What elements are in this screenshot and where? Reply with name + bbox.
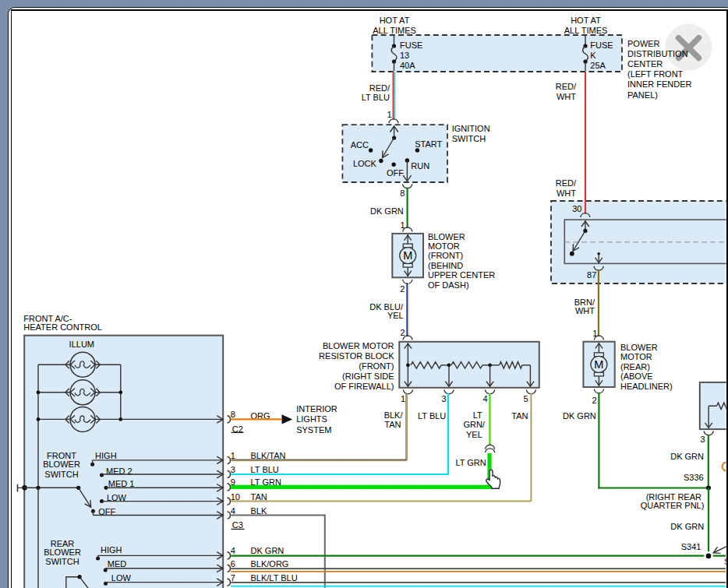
svg-text:HIGH: HIGH — [101, 545, 122, 555]
svg-text:SWITCH: SWITCH — [452, 134, 486, 143]
svg-text:30: 30 — [572, 204, 581, 213]
svg-text:(FRONT): (FRONT) — [428, 251, 463, 260]
svg-text:LT GRN: LT GRN — [455, 458, 486, 467]
svg-text:RED/: RED/ — [556, 178, 577, 188]
svg-text:9: 9 — [231, 477, 235, 487]
svg-text:SYSTEM: SYSTEM — [296, 425, 331, 435]
svg-text:MOTOR: MOTOR — [620, 352, 652, 361]
svg-text:PANEL): PANEL) — [627, 90, 658, 100]
svg-text:MED 1: MED 1 — [108, 479, 135, 488]
svg-text:4: 4 — [231, 546, 235, 555]
svg-text:3: 3 — [442, 394, 447, 403]
svg-text:OFF: OFF — [387, 168, 404, 178]
svg-text:LIGHTS: LIGHTS — [296, 414, 327, 424]
svg-text:1: 1 — [387, 110, 392, 119]
svg-text:BLOWER: BLOWER — [620, 343, 658, 352]
svg-text:BLK/: BLK/ — [384, 410, 404, 420]
svg-text:DK BLU/: DK BLU/ — [369, 302, 404, 312]
svg-text:2: 2 — [592, 396, 597, 405]
svg-text:OFF: OFF — [98, 507, 115, 516]
svg-text:ILLUM: ILLUM — [69, 340, 94, 349]
svg-text:87: 87 — [587, 270, 596, 280]
svg-text:MOTOR: MOTOR — [428, 241, 460, 251]
svg-text:RED/: RED/ — [556, 82, 577, 91]
svg-text:BLOWER: BLOWER — [43, 459, 80, 469]
svg-text:8: 8 — [231, 410, 235, 419]
svg-text:40A: 40A — [400, 61, 415, 70]
svg-text:MED 2: MED 2 — [106, 467, 133, 476]
svg-text:LT BLU: LT BLU — [251, 465, 279, 474]
svg-text:(LEFT FRONT: (LEFT FRONT — [627, 69, 684, 79]
svg-text:SWITCH: SWITCH — [44, 470, 78, 479]
svg-text:4: 4 — [231, 506, 235, 516]
svg-text:BLOWER: BLOWER — [44, 548, 81, 557]
svg-text:BLK/ORG: BLK/ORG — [251, 559, 289, 569]
svg-text:DK GRN: DK GRN — [670, 452, 704, 461]
svg-text:LT: LT — [473, 410, 482, 420]
svg-text:ALL TIMES: ALL TIMES — [564, 26, 608, 35]
svg-text:INTERIOR: INTERIOR — [296, 404, 337, 414]
svg-text:(RIGHT SIDE: (RIGHT SIDE — [342, 371, 394, 381]
svg-text:2: 2 — [401, 328, 405, 337]
svg-text:GRN/: GRN/ — [463, 420, 485, 429]
svg-text:(REAR): (REAR) — [620, 362, 650, 371]
svg-text:1: 1 — [401, 394, 405, 403]
svg-text:LOCK: LOCK — [353, 159, 377, 168]
svg-text:BLOWER MOTOR: BLOWER MOTOR — [323, 341, 394, 350]
svg-text:LT BLU: LT BLU — [418, 411, 446, 421]
svg-text:BRN/: BRN/ — [574, 298, 595, 307]
svg-text:RUN: RUN — [411, 161, 429, 171]
svg-text:HOT AT: HOT AT — [380, 16, 410, 25]
svg-text:TAN: TAN — [511, 411, 528, 421]
svg-text:MED: MED — [108, 559, 127, 569]
svg-text:UPPER CENTER: UPPER CENTER — [428, 270, 495, 280]
svg-text:POWER: POWER — [627, 39, 660, 48]
svg-text:13: 13 — [400, 51, 409, 60]
svg-text:FUSE: FUSE — [400, 40, 422, 50]
svg-text:S341: S341 — [681, 542, 701, 551]
svg-text:RESISTOR BLOCK: RESISTOR BLOCK — [319, 351, 394, 361]
svg-text:4: 4 — [482, 394, 487, 403]
svg-text:2: 2 — [400, 284, 405, 294]
svg-text:25A: 25A — [590, 61, 606, 70]
svg-text:ACC: ACC — [351, 140, 369, 150]
svg-text:DK GRN: DK GRN — [251, 546, 284, 555]
svg-text:DISTRIBUTION: DISTRIBUTION — [627, 49, 688, 58]
svg-text:3: 3 — [231, 465, 235, 474]
svg-text:6: 6 — [231, 559, 235, 569]
svg-text:DK GRN: DK GRN — [370, 206, 404, 216]
svg-text:LOW: LOW — [111, 573, 132, 583]
svg-text:BLK: BLK — [251, 506, 267, 516]
svg-text:LT GRN: LT GRN — [251, 477, 281, 487]
svg-text:M: M — [594, 358, 603, 371]
svg-text:HEADLINER): HEADLINER) — [620, 382, 673, 391]
svg-text:BLK/LT BLU: BLK/LT BLU — [251, 573, 298, 583]
svg-text:DK GRN: DK GRN — [563, 411, 596, 421]
svg-text:S336: S336 — [684, 473, 704, 482]
svg-text:HEATER CONTROL: HEATER CONTROL — [23, 322, 102, 332]
svg-text:TAN: TAN — [251, 492, 267, 502]
svg-text:CENTER: CENTER — [627, 59, 663, 69]
svg-text:C3: C3 — [232, 520, 243, 530]
svg-text:HOT AT: HOT AT — [571, 16, 601, 25]
svg-text:YEL: YEL — [387, 311, 404, 320]
svg-text:M: M — [403, 249, 412, 262]
svg-text:OF FIREWALL): OF FIREWALL) — [334, 382, 394, 391]
svg-text:LOW: LOW — [107, 493, 127, 502]
svg-text:(BEHIND: (BEHIND — [428, 261, 463, 270]
svg-text:3: 3 — [700, 435, 705, 444]
svg-text:WHT: WHT — [575, 306, 595, 315]
svg-text:DK GRN: DK GRN — [670, 522, 704, 531]
svg-text:INNER FENDER: INNER FENDER — [627, 79, 692, 89]
svg-text:TAN: TAN — [384, 420, 401, 429]
svg-text:10: 10 — [231, 492, 240, 502]
svg-text:ALL TIMES: ALL TIMES — [373, 26, 416, 35]
svg-text:K: K — [590, 51, 596, 60]
svg-text:START: START — [415, 139, 442, 149]
svg-text:BLOWER: BLOWER — [428, 232, 465, 241]
svg-text:SWITCH: SWITCH — [45, 557, 79, 566]
svg-text:RED/: RED/ — [369, 83, 391, 93]
svg-text:1: 1 — [231, 451, 235, 460]
svg-text:OF DASH): OF DASH) — [428, 280, 469, 290]
svg-text:7: 7 — [231, 573, 235, 583]
